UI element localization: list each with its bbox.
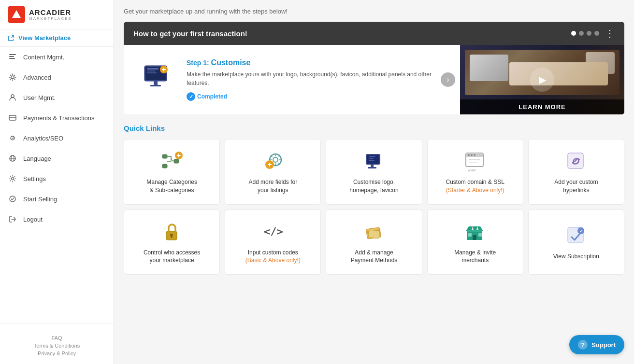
quick-link-hyperlinks[interactable]: Add your customhyperlinks — [528, 139, 624, 205]
quick-link-merchants[interactable]: Manage & invitemerchants — [427, 210, 523, 275]
privacy-link[interactable]: Privacy & Policy — [8, 350, 106, 356]
customise-label: Customise logo,homepage, favicon — [349, 178, 398, 195]
sidebar-item-logout[interactable]: Logout — [0, 209, 114, 229]
sidebar-item-start-selling[interactable]: Start Selling — [0, 189, 114, 209]
page-subtitle: Get your marketplace up and running with… — [124, 8, 624, 15]
learn-more-bar[interactable]: LEARN MORE — [460, 99, 624, 114]
sidebar-item-content[interactable]: Content Mgmt. — [0, 47, 114, 67]
svg-rect-54 — [468, 233, 472, 237]
svg-marker-0 — [12, 10, 21, 18]
hyperlinks-label: Add your customhyperlinks — [554, 178, 598, 195]
logout-icon — [8, 214, 17, 224]
svg-rect-55 — [478, 233, 482, 237]
customise-icon — [362, 149, 386, 173]
svg-rect-56 — [467, 230, 482, 232]
svg-rect-15 — [150, 85, 161, 86]
sidebar-item-label: Language — [23, 155, 51, 162]
quick-link-categories[interactable]: Manage Categories& Sub-categories — [124, 139, 220, 205]
faq-link[interactable]: FAQ — [8, 335, 106, 341]
language-icon — [8, 154, 17, 163]
monitor-icon — [138, 58, 177, 97]
svg-point-41 — [474, 154, 476, 156]
sidebar-item-user[interactable]: User Mgmt. — [0, 87, 114, 108]
settings-icon — [8, 174, 17, 183]
advanced-icon — [8, 72, 17, 82]
check-icon: ✓ — [187, 92, 195, 101]
sidebar-item-label: Advanced — [23, 74, 51, 81]
subscription-label: View Subscription — [553, 252, 599, 261]
sidebar-item-advanced[interactable]: Advanced — [0, 67, 114, 87]
svg-rect-23 — [162, 164, 167, 168]
sidebar-item-settings[interactable]: Settings — [0, 168, 114, 189]
access-icon — [160, 220, 184, 244]
logo-text: ARCADIER MARKETPLACES — [29, 8, 72, 21]
quick-links-title: Quick Links — [124, 124, 624, 132]
play-button[interactable]: ▶ — [530, 68, 554, 92]
svg-point-10 — [12, 178, 14, 180]
quick-links-grid: Manage Categories& Sub-categories Add mo… — [124, 139, 624, 275]
sidebar-item-language[interactable]: Language — [0, 148, 114, 168]
quick-links-section: Quick Links Man — [124, 124, 624, 275]
sidebar-item-analytics[interactable]: Analytics/SEO — [0, 128, 114, 148]
payments-icon — [8, 113, 17, 123]
svg-rect-43 — [469, 162, 477, 163]
banner-dots — [571, 31, 599, 36]
sidebar-nav: Content Mgmt. Advanced User Mgmt. Paymen… — [0, 47, 114, 323]
payment-label: Add & managePayment Methods — [351, 249, 398, 265]
svg-rect-42 — [469, 159, 480, 160]
logo-icon — [8, 6, 25, 23]
merchants-icon — [463, 220, 487, 244]
main-content: Get your marketplace up and running with… — [114, 0, 634, 364]
svg-text:www: www — [468, 168, 476, 172]
selling-icon — [8, 194, 17, 204]
step-number: Step 1: — [187, 59, 211, 67]
subscription-icon: ✓ — [564, 224, 588, 248]
banner-image-area: ▶ LEARN MORE — [460, 45, 624, 114]
support-label: Support — [591, 341, 616, 349]
quick-link-subscription[interactable]: ✓ View Subscription — [528, 210, 624, 275]
quick-link-domain[interactable]: www Custom domain & SSL(Starter & Above … — [427, 139, 523, 205]
quick-link-payment[interactable]: Add & managePayment Methods — [326, 210, 422, 275]
banner-content: Step 1: Customise Make the marketplace y… — [124, 45, 624, 114]
banner-left: Step 1: Customise Make the marketplace y… — [124, 45, 460, 114]
domain-label: Custom domain & SSL(Starter & Above only… — [446, 178, 504, 195]
logo-main: ARCADIER — [29, 8, 72, 16]
sidebar-item-label: Content Mgmt. — [23, 54, 64, 61]
merchants-label: Manage & invitemerchants — [454, 249, 496, 265]
svg-rect-16 — [147, 68, 158, 70]
svg-text:</>: </> — [264, 225, 283, 238]
play-overlay[interactable]: ▶ — [530, 68, 554, 92]
support-button[interactable]: ? Support — [569, 335, 624, 354]
quick-link-access[interactable]: Control who accessesyour marketplace — [124, 210, 220, 275]
sidebar-item-payments[interactable]: Payments & Transactions — [0, 108, 114, 128]
quick-link-customise[interactable]: Customise logo,homepage, favicon — [326, 139, 422, 205]
banner-title: How to get your first transaction! — [133, 29, 247, 38]
svg-rect-35 — [371, 165, 374, 167]
svg-rect-32 — [269, 163, 270, 167]
svg-rect-24 — [174, 159, 179, 163]
svg-rect-52 — [368, 230, 379, 238]
quick-link-fields[interactable]: Add more fields foryour listings — [225, 139, 321, 205]
categories-icon — [160, 149, 184, 173]
domain-icon: www — [463, 149, 487, 173]
transaction-banner-header: How to get your first transaction! ⋮ — [124, 22, 624, 45]
svg-rect-3 — [9, 58, 15, 59]
quick-link-codes[interactable]: </> Input custom codes(Basic & Above onl… — [225, 210, 321, 275]
svg-rect-1 — [9, 54, 16, 55]
terms-link[interactable]: Terms & Conditions — [8, 343, 106, 349]
dot-4 — [594, 31, 599, 36]
completed-badge: ✓ Completed — [187, 92, 446, 101]
svg-point-40 — [471, 154, 473, 156]
sidebar-item-label: Logout — [23, 216, 43, 223]
banner-more-button[interactable]: ⋮ — [605, 28, 615, 39]
sidebar-item-label: Start Selling — [23, 196, 57, 203]
step-label: Step 1: Customise — [187, 58, 446, 67]
next-arrow-button[interactable]: › — [441, 72, 455, 87]
external-link-icon — [8, 35, 14, 42]
dot-2 — [579, 31, 584, 36]
banner-step-text: Step 1: Customise Make the marketplace y… — [187, 58, 446, 101]
transaction-banner-wrapper: How to get your first transaction! ⋮ — [124, 22, 624, 114]
svg-rect-22 — [162, 154, 167, 158]
codes-icon: </> — [261, 220, 285, 244]
view-marketplace-link[interactable]: View Marketplace — [0, 29, 114, 47]
